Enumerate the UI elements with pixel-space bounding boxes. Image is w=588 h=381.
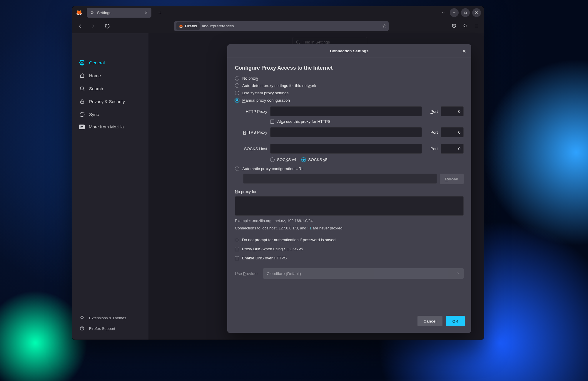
socks-port-input[interactable]	[441, 144, 464, 154]
tabs-overflow-button[interactable]	[439, 9, 447, 17]
pac-url-input[interactable]	[243, 174, 437, 184]
extensions-button[interactable]	[460, 21, 470, 31]
no-proxy-example: Example: .mozilla.org, .net.nz, 192.168.…	[235, 219, 464, 223]
app-menu-button[interactable]	[472, 21, 481, 31]
svg-rect-7	[80, 101, 83, 103]
reload-pac-button[interactable]: Reload	[440, 174, 464, 184]
dialog-heading: Configure Proxy Access to the Internet	[235, 65, 464, 71]
checkbox-enable-doh[interactable]: Enable DNS over HTTPS	[235, 255, 464, 261]
checkbox-icon	[235, 247, 239, 251]
radio-icon	[301, 157, 306, 162]
identity-chip[interactable]: 🦊 Firefox	[176, 22, 200, 30]
maximize-button[interactable]	[461, 8, 470, 17]
https-port-input[interactable]	[441, 127, 464, 137]
sidebar-support[interactable]: Firefox Support	[72, 323, 148, 334]
lock-icon	[79, 98, 85, 104]
minimize-button[interactable]	[450, 8, 459, 17]
http-port-input[interactable]	[441, 106, 464, 116]
home-icon	[79, 73, 85, 78]
sidebar-item-more-mozilla[interactable]: m More from Mozilla	[72, 121, 148, 133]
connection-settings-dialog: Connection Settings ✕ Configure Proxy Ac…	[227, 44, 471, 333]
bookmark-star-icon[interactable]: ☆	[382, 23, 386, 29]
dialog-title: Connection Settings ✕	[227, 44, 471, 58]
no-proxy-for-input[interactable]	[235, 196, 464, 216]
doh-provider-row: Use Provider Cloudflare (Default)	[235, 268, 464, 279]
sidebar-item-label: Firefox Support	[89, 326, 115, 331]
radio-no-proxy[interactable]: No proxy	[235, 75, 464, 81]
checkbox-proxy-dns-socks5[interactable]: Proxy DNS when using SOCKS v5	[235, 246, 464, 252]
checkbox-icon	[235, 256, 239, 260]
window-controls: ✕	[450, 8, 481, 17]
new-tab-button[interactable]: ＋	[156, 8, 164, 17]
sidebar-item-label: Privacy & Security	[89, 99, 125, 104]
socks-host-label: SOCKS Host	[235, 147, 268, 151]
sidebar-item-label: Search	[89, 86, 103, 91]
radio-manual-proxy[interactable]: Manual proxy configuration	[235, 97, 464, 103]
sidebar-item-label: Sync	[89, 112, 99, 117]
sidebar-item-label: More from Mozilla	[89, 124, 124, 129]
provider-label: Use Provider	[235, 271, 258, 276]
checkbox-no-auth-prompt[interactable]: Do not prompt for authentication if pass…	[235, 237, 464, 243]
chevron-down-icon	[456, 271, 460, 276]
url-bar[interactable]: 🦊 Firefox about:preferences ☆	[174, 21, 389, 31]
ok-button[interactable]: OK	[446, 316, 465, 326]
radio-system-proxy[interactable]: Use system proxy settings	[235, 90, 464, 96]
radio-icon	[235, 83, 239, 88]
radio-icon	[270, 157, 275, 162]
tab-close-icon[interactable]: ✕	[144, 10, 148, 15]
socks-version-row: SOCKS v4 SOCKS v5	[270, 156, 464, 163]
forward-button[interactable]	[88, 21, 98, 31]
tab-title: Settings	[97, 11, 111, 15]
radio-icon	[235, 91, 239, 95]
back-button[interactable]	[76, 21, 85, 31]
svg-point-9	[82, 329, 82, 330]
radio-auto-detect[interactable]: Auto-detect proxy settings for this netw…	[235, 83, 464, 89]
dialog-close-button[interactable]: ✕	[460, 47, 468, 55]
doh-provider-select[interactable]: Cloudflare (Default)	[263, 268, 464, 279]
http-proxy-input[interactable]	[270, 106, 422, 116]
sidebar-item-sync[interactable]: Sync	[72, 108, 148, 121]
reload-button[interactable]	[103, 21, 112, 31]
identity-label: Firefox	[185, 24, 197, 28]
pocket-button[interactable]	[449, 21, 459, 31]
sidebar-extensions-themes[interactable]: Extensions & Themes	[72, 313, 148, 323]
https-proxy-input[interactable]	[270, 127, 422, 137]
sidebar-item-label: Extensions & Themes	[89, 316, 126, 320]
mozilla-icon: m	[79, 125, 85, 129]
also-use-https-row[interactable]: Also use this proxy for HTTPS	[270, 119, 464, 125]
http-proxy-label: HTTP Proxy	[235, 109, 268, 114]
https-proxy-label: HTTPS Proxy	[235, 130, 268, 135]
https-port-label: Port	[424, 130, 438, 135]
browser-window: 🦊 ⚙ Settings ✕ ＋ ✕	[72, 6, 484, 340]
http-port-label: Port	[424, 109, 438, 114]
socks-host-input[interactable]	[270, 144, 422, 154]
pac-row: Reload	[235, 174, 464, 184]
sidebar-item-home[interactable]: Home	[72, 69, 148, 82]
sidebar-item-label: General	[89, 60, 105, 65]
firefox-logo-icon: 🦊	[76, 9, 83, 16]
gear-icon: ⚙	[90, 10, 94, 15]
radio-pac-url[interactable]: Automatic proxy configuration URL	[235, 166, 464, 172]
sidebar-item-general[interactable]: General	[72, 56, 148, 69]
toolbar: 🦊 Firefox about:preferences ☆	[72, 19, 484, 33]
sidebar-item-privacy[interactable]: Privacy & Security	[72, 95, 148, 108]
cancel-button[interactable]: Cancel	[417, 316, 442, 326]
socks-port-label: Port	[424, 147, 438, 151]
content: General Home Search	[72, 33, 484, 340]
tab-settings[interactable]: ⚙ Settings ✕	[87, 8, 151, 18]
radio-socks-v4[interactable]: SOCKS v4	[270, 157, 296, 163]
close-window-button[interactable]: ✕	[472, 8, 481, 17]
sync-icon	[79, 111, 85, 117]
gear-icon	[79, 60, 85, 66]
dialog-footer: Cancel OK	[227, 311, 471, 333]
localhost-note: Connections to localhost, 127.0.0.1/8, a…	[235, 226, 464, 230]
url-text: about:preferences	[202, 24, 234, 28]
svg-point-5	[81, 62, 83, 63]
search-icon	[79, 85, 85, 91]
manual-proxy-fields: HTTP Proxy Port Also use this proxy for …	[235, 106, 464, 163]
sidebar-item-label: Home	[89, 73, 101, 78]
radio-socks-v5[interactable]: SOCKS v5	[301, 157, 327, 163]
help-icon	[79, 325, 85, 331]
preferences-sidebar: General Home Search	[72, 33, 148, 340]
sidebar-item-search[interactable]: Search	[72, 82, 148, 95]
